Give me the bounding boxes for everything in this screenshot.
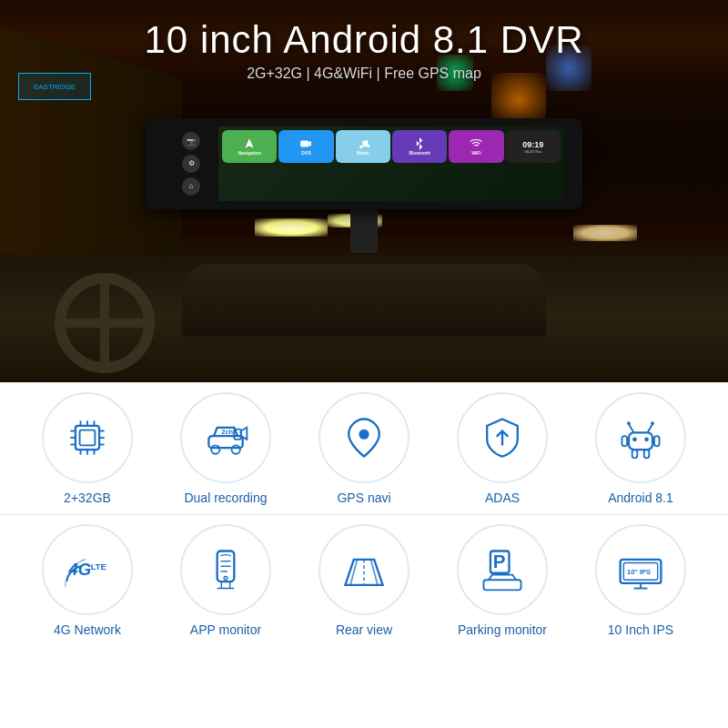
feature-parking: P Parking monitor <box>443 524 561 637</box>
feature-circle-rear <box>318 524 410 615</box>
parking-icon: P <box>477 544 528 595</box>
feature-label-adas: ADAS <box>485 490 520 505</box>
svg-point-28 <box>627 421 631 425</box>
feature-circle-dual: 2ch <box>180 392 271 483</box>
sub-title: 2G+32G | 4G&WiFi | Free GPS map <box>0 66 728 82</box>
feature-circle-chip <box>42 392 133 483</box>
app-navigation[interactable]: Navigation <box>222 130 277 163</box>
dvr-screen: 📷 ⚙ ⌂ Navigation DVR Music <box>164 126 564 201</box>
feature-android: Android 8.1 <box>581 392 700 505</box>
feature-label-chip: 2+32GB <box>64 490 111 505</box>
svg-rect-0 <box>301 141 309 147</box>
gps-icon <box>339 412 389 463</box>
svg-line-26 <box>629 424 634 432</box>
svg-point-29 <box>651 421 654 425</box>
feature-dual-rec: 2ch Dual recording <box>167 392 285 505</box>
svg-text:10" IPS: 10" IPS <box>627 568 651 576</box>
app-wifi[interactable]: WiFi <box>449 130 503 163</box>
feature-circle-parking: P <box>457 524 548 615</box>
chip-icon <box>62 412 113 463</box>
features-section: 2+32GB 2ch Dual recording <box>0 382 728 728</box>
svg-point-22 <box>359 430 369 440</box>
svg-rect-4 <box>80 430 96 446</box>
feature-label-app: APP monitor <box>190 622 261 637</box>
svg-point-25 <box>644 438 649 442</box>
features-row-2: 4G LTE 4G Network <box>0 515 728 646</box>
adas-icon <box>477 412 528 463</box>
svg-rect-30 <box>622 436 627 446</box>
dvr-home-icon: ⌂ <box>182 177 200 196</box>
feature-label-parking: Parking monitor <box>458 622 547 637</box>
app-monitor-icon <box>200 544 251 595</box>
svg-rect-32 <box>632 450 638 458</box>
svg-point-1 <box>359 146 363 149</box>
steering-wheel <box>55 273 155 373</box>
feature-circle-ips: 10" IPS <box>595 524 686 615</box>
app-bluetooth[interactable]: Bluetooth <box>392 130 447 163</box>
dual-cam-icon: 2ch <box>200 412 251 463</box>
dvr-app-grid: Navigation DVR Music Bluetooth <box>218 126 564 201</box>
feature-rear: Rear view <box>305 524 423 637</box>
dvr-mount <box>350 207 378 253</box>
svg-rect-46 <box>483 580 521 590</box>
feature-app: APP monitor <box>167 524 285 637</box>
svg-line-27 <box>647 424 652 432</box>
svg-point-24 <box>632 438 637 442</box>
android-icon <box>615 412 666 463</box>
svg-text:LTE: LTE <box>91 562 106 571</box>
svg-point-19 <box>232 445 240 453</box>
feature-circle-gps <box>318 392 410 483</box>
rear-view-icon <box>339 544 389 595</box>
dvr-left-panel: 📷 ⚙ ⌂ <box>164 126 218 201</box>
feature-4g: 4G LTE 4G Network <box>28 524 147 637</box>
feature-circle-4g: 4G LTE <box>42 524 133 615</box>
features-row-1: 2+32GB 2ch Dual recording <box>0 383 728 514</box>
feature-label-rear: Rear view <box>336 622 392 637</box>
svg-point-2 <box>366 145 369 148</box>
app-time: 09:19 04-23 Thu <box>506 130 561 163</box>
main-title: 10 inch Android 8.1 DVR <box>0 18 728 62</box>
svg-point-18 <box>211 445 219 453</box>
feature-label-4g: 4G Network <box>54 622 121 637</box>
feature-ips: 10" IPS 10 Inch IPS <box>581 524 700 637</box>
svg-rect-31 <box>654 436 660 446</box>
4g-icon: 4G LTE <box>62 544 113 595</box>
feature-label-dual: Dual recording <box>184 490 267 505</box>
svg-text:2ch: 2ch <box>221 428 233 436</box>
app-music[interactable]: Music <box>336 130 390 163</box>
dvr-settings-icon: ⚙ <box>182 155 200 173</box>
feature-label-android: Android 8.1 <box>608 490 673 505</box>
svg-point-40 <box>224 576 228 580</box>
svg-text:P: P <box>493 551 506 571</box>
dvr-cam-icon: 📷 <box>182 132 200 150</box>
svg-rect-23 <box>629 432 652 450</box>
car-headlight-3 <box>573 225 637 241</box>
feature-circle-app <box>180 524 271 615</box>
feature-adas: ADAS <box>443 392 561 505</box>
svg-rect-33 <box>644 450 650 458</box>
feature-circle-adas <box>457 392 548 483</box>
app-dvr[interactable]: DVR <box>278 130 333 163</box>
feature-label-ips: 10 Inch IPS <box>608 622 673 637</box>
dvr-device: 📷 ⚙ ⌂ Navigation DVR Music <box>146 118 582 209</box>
hero-section: EASTRIDGE 10 inch Android 8.1 DVR 2G+32G… <box>0 0 728 382</box>
feature-gps: GPS navi <box>305 392 423 505</box>
dashboard <box>0 255 728 382</box>
title-overlay: 10 inch Android 8.1 DVR 2G+32G | 4G&WiFi… <box>0 18 728 82</box>
car-headlight-1 <box>255 218 328 237</box>
feature-label-gps: GPS navi <box>337 490 390 505</box>
feature-chip: 2+32GB <box>28 392 147 505</box>
feature-circle-android <box>595 392 686 483</box>
dash-detail <box>182 264 546 337</box>
ips-icon: 10" IPS <box>615 544 666 595</box>
